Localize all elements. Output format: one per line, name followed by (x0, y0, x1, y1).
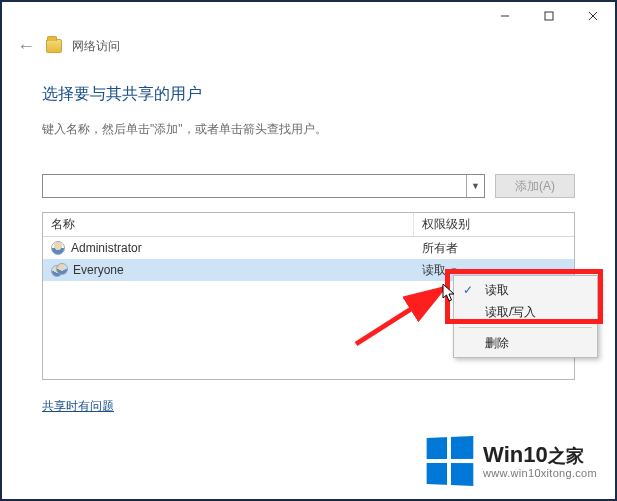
maximize-icon (544, 11, 554, 21)
chevron-down-icon: ▼ (471, 181, 480, 191)
help-link[interactable]: 共享时有问题 (42, 398, 114, 415)
svg-rect-1 (545, 12, 553, 20)
folder-icon (46, 39, 62, 53)
menu-label: 读取/写入 (485, 304, 536, 321)
col-permission[interactable]: 权限级别 (414, 213, 574, 236)
watermark-url: www.win10xitong.com (483, 467, 597, 479)
window-title: 网络访问 (72, 38, 120, 55)
table-row[interactable]: Administrator 所有者 (43, 237, 574, 259)
close-icon (588, 11, 598, 21)
row-permission: 读取 (422, 262, 446, 279)
minimize-icon (500, 11, 510, 21)
add-button: 添加(A) (495, 174, 575, 198)
page-heading: 选择要与其共享的用户 (42, 84, 575, 105)
table-header: 名称 权限级别 (43, 213, 574, 237)
col-name[interactable]: 名称 (43, 213, 414, 236)
menu-separator (459, 327, 592, 328)
watermark-brand: Win10 (483, 442, 548, 467)
close-button[interactable] (571, 2, 615, 30)
menu-label: 读取 (485, 282, 509, 299)
row-name: Administrator (71, 241, 142, 255)
watermark-title: Win10之家 (483, 443, 597, 467)
windows-logo-icon (427, 436, 474, 486)
combo-dropdown-button[interactable]: ▼ (466, 175, 484, 197)
page-instruction: 键入名称，然后单击"添加"，或者单击箭头查找用户。 (42, 121, 575, 138)
user-input[interactable] (43, 175, 466, 197)
watermark: Win10之家 www.win10xitong.com (425, 437, 597, 485)
permission-menu: ✓ 读取 读取/写入 删除 (453, 275, 598, 358)
menu-item-remove[interactable]: 删除 (457, 332, 594, 354)
minimize-button[interactable] (483, 2, 527, 30)
chevron-down-icon: ▼ (450, 266, 458, 275)
header: ← 网络访问 (2, 30, 615, 62)
titlebar (2, 2, 615, 30)
maximize-button[interactable] (527, 2, 571, 30)
row-permission: 所有者 (422, 240, 458, 257)
check-icon: ✓ (463, 283, 473, 297)
menu-item-read[interactable]: ✓ 读取 (457, 279, 594, 301)
menu-label: 删除 (485, 335, 509, 352)
row-name: Everyone (73, 263, 124, 277)
watermark-suffix: 之家 (548, 446, 584, 466)
user-combo[interactable]: ▼ (42, 174, 485, 198)
back-arrow-icon[interactable]: ← (16, 37, 36, 55)
group-icon (51, 263, 67, 277)
menu-item-readwrite[interactable]: 读取/写入 (457, 301, 594, 323)
user-icon (51, 241, 65, 255)
